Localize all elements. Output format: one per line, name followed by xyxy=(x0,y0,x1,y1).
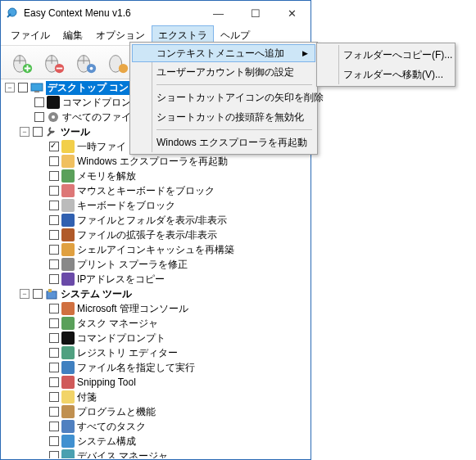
node-label: マウスとキーボードをブロック xyxy=(77,184,215,198)
checkbox[interactable] xyxy=(18,83,28,92)
checkbox[interactable] xyxy=(49,451,59,458)
checkbox[interactable] xyxy=(49,186,59,196)
menu-move-to-folder[interactable]: フォルダーへ移動(V)... xyxy=(319,65,453,84)
maximize-button[interactable]: ☐ xyxy=(237,1,274,25)
tree-node[interactable]: キーボードをブロック xyxy=(2,198,310,213)
checkbox[interactable] xyxy=(49,377,59,387)
node-label: キーボードをブロック xyxy=(77,199,175,213)
tree-node[interactable]: プログラムと機能 xyxy=(2,404,310,419)
checkbox[interactable] xyxy=(49,304,59,313)
tool-mouse-4[interactable] xyxy=(102,47,132,78)
checkbox[interactable] xyxy=(49,333,59,343)
keyboard-icon xyxy=(61,199,75,212)
checkbox[interactable] xyxy=(49,259,59,269)
checkbox[interactable] xyxy=(49,245,59,255)
run-icon xyxy=(61,361,75,374)
tree-node[interactable]: タスク マネージャ xyxy=(2,316,310,331)
tree-node[interactable]: Microsoft 管理コンソール xyxy=(2,301,310,316)
checkbox[interactable] xyxy=(49,156,59,166)
tree-node[interactable]: ファイル名を指定して実行 xyxy=(2,360,310,375)
checkbox[interactable] xyxy=(49,171,59,181)
menu-label: フォルダーへ移動(V)... xyxy=(343,68,443,82)
tree-node[interactable]: レジストリ エディター xyxy=(2,345,310,360)
checkbox[interactable] xyxy=(49,230,59,240)
collapse-icon[interactable]: − xyxy=(20,289,29,299)
node-label: ファイルとフォルダを表示/非表示 xyxy=(77,214,227,228)
menu-copy-to-folder[interactable]: フォルダーへコピー(F)... xyxy=(319,45,453,65)
menu-file[interactable]: ファイル xyxy=(4,25,57,45)
programs-icon xyxy=(61,405,75,418)
memory-icon xyxy=(61,169,75,183)
menu-label: ユーザーアカウント制御の設定 xyxy=(156,65,294,79)
mouse-icon xyxy=(61,184,75,197)
svg-point-13 xyxy=(52,115,55,119)
tree-node[interactable]: デバイス マネージャ xyxy=(2,449,310,458)
menu-separator xyxy=(156,84,312,85)
checkbox[interactable] xyxy=(49,392,59,402)
trash-icon xyxy=(61,140,75,153)
checkbox[interactable] xyxy=(49,363,59,372)
refresh-icon xyxy=(61,243,75,256)
tree-node[interactable]: プリント スプーラを修正 xyxy=(2,257,310,272)
tree-node[interactable]: すべてのタスク xyxy=(2,419,310,434)
alltasks-icon xyxy=(61,420,75,433)
menu-restart-explorer[interactable]: Windows エクスプローラを再起動 xyxy=(132,133,315,152)
window-buttons: — ☐ ✕ xyxy=(200,1,311,25)
node-label: レジストリ エディター xyxy=(77,346,178,360)
checkbox[interactable] xyxy=(49,274,59,284)
tree-node[interactable]: ファイルの拡張子を表示/非表示 xyxy=(2,228,310,242)
tree-node[interactable]: コマンドプロンプト xyxy=(2,331,310,345)
svg-rect-10 xyxy=(31,83,43,91)
tree-node[interactable]: シェルアイコンキャッシュを再構築 xyxy=(2,242,310,257)
svg-rect-11 xyxy=(34,91,39,92)
collapse-icon[interactable]: − xyxy=(20,127,29,137)
node-label: Microsoft 管理コンソール xyxy=(77,302,188,316)
checkbox[interactable] xyxy=(49,201,59,210)
svg-rect-14 xyxy=(47,291,57,299)
checkbox[interactable] xyxy=(33,127,43,137)
checkbox[interactable] xyxy=(49,422,59,431)
tree-node[interactable]: IPアドレスをコピー xyxy=(2,272,310,286)
node-label: メモリを解放 xyxy=(77,169,136,183)
checkbox[interactable] xyxy=(34,97,44,107)
checkbox[interactable] xyxy=(33,289,43,299)
checkbox[interactable] xyxy=(49,436,59,446)
minimize-button[interactable]: — xyxy=(200,1,237,25)
tree-node[interactable]: マウスとキーボードをブロック xyxy=(2,183,310,198)
node-label: Snipping Tool xyxy=(77,377,136,388)
collapse-icon[interactable]: − xyxy=(5,83,15,92)
close-button[interactable]: ✕ xyxy=(274,1,311,25)
menu-edit[interactable]: 編集 xyxy=(57,25,89,45)
tree-node[interactable]: システム構成 xyxy=(2,434,310,449)
add-to-context-submenu: フォルダーへコピー(F)... フォルダーへ移動(V)... xyxy=(316,43,456,87)
checkbox[interactable] xyxy=(49,407,59,417)
menu-remove-arrow[interactable]: ショートカットアイコンの矢印を削除 xyxy=(132,88,315,107)
node-label: コマンドプロンプト xyxy=(77,331,165,345)
menu-label: ショートカットの接頭辞を無効化 xyxy=(156,110,304,124)
checkbox[interactable] xyxy=(49,348,59,358)
node-label: デバイス マネージャ xyxy=(77,449,168,459)
gear-icon xyxy=(47,110,60,124)
tree-node[interactable]: Snipping Tool xyxy=(2,375,310,390)
system-icon xyxy=(45,287,58,300)
tree-node[interactable]: Windows エクスプローラを再起動 xyxy=(2,154,310,169)
tree-node[interactable]: 付箋 xyxy=(2,390,310,404)
tree-node[interactable]: ファイルとフォルダを表示/非表示 xyxy=(2,213,310,228)
node-label: すべてのタスク xyxy=(77,420,146,434)
checkbox[interactable] xyxy=(49,142,59,151)
tree-node[interactable]: メモリを解放 xyxy=(2,169,310,183)
checkbox[interactable] xyxy=(49,215,59,225)
visibility-icon xyxy=(61,214,75,227)
tool-mouse-remove[interactable] xyxy=(38,47,68,78)
node-label: コマンドプロン xyxy=(62,96,131,110)
checkbox[interactable] xyxy=(49,318,59,328)
tree-node-system-tools[interactable]: − システム ツール xyxy=(2,286,310,301)
menu-add-to-context[interactable]: コンテキストメニューへ追加 ▶ xyxy=(132,44,315,62)
tool-mouse-add[interactable] xyxy=(6,47,36,78)
menu-uac-settings[interactable]: ユーザーアカウント制御の設定 xyxy=(132,62,315,82)
node-label: プログラムと機能 xyxy=(77,405,156,419)
tool-mouse-gear[interactable] xyxy=(70,47,100,78)
checkbox[interactable] xyxy=(34,112,44,122)
menu-disable-prefix[interactable]: ショートカットの接頭辞を無効化 xyxy=(132,107,315,127)
device-icon xyxy=(61,449,75,458)
